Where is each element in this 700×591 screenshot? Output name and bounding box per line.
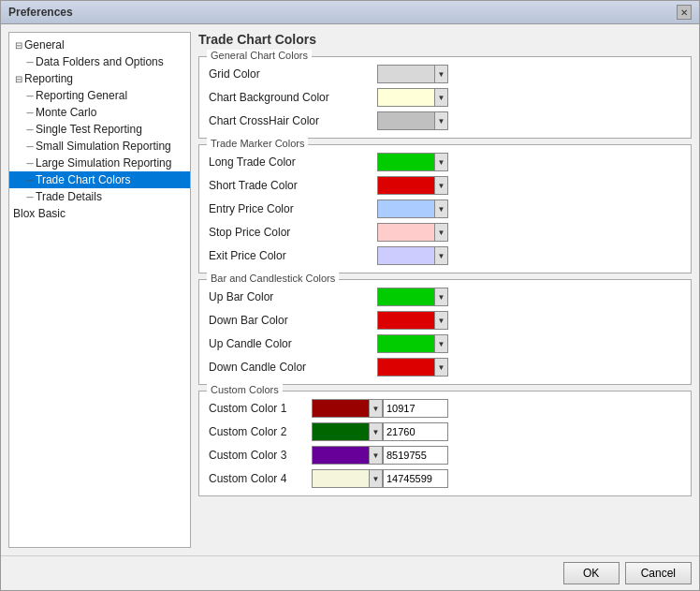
custom-swatch-2	[313, 447, 369, 464]
color-label-1: Down Bar Color	[209, 314, 377, 327]
sidebar-label-general: General	[24, 38, 65, 52]
color-row: Stop Price Color▼	[209, 223, 681, 242]
custom-colors-group: Custom Colors Custom Color 1▼Custom Colo…	[198, 391, 692, 496]
color-swatch-2	[378, 335, 434, 352]
dash-icon-reporting-general: ─	[24, 91, 36, 101]
color-dropdown-arrow-0[interactable]: ▼	[434, 288, 447, 305]
sidebar-item-blox-basic[interactable]: Blox Basic	[9, 205, 190, 222]
custom-color-picker-1[interactable]: ▼	[312, 422, 383, 441]
color-picker-1[interactable]: ▼	[377, 88, 448, 107]
color-picker-2[interactable]: ▼	[377, 111, 448, 130]
color-swatch-1	[378, 312, 434, 329]
custom-color-picker-2[interactable]: ▼	[312, 446, 383, 465]
main-panel: Trade Chart Colors General Chart Colors …	[198, 32, 692, 548]
bar-candlestick-colors-label: Bar and Candlestick Colors	[207, 273, 339, 284]
sidebar-item-reporting-general[interactable]: ─Reporting General	[9, 87, 190, 104]
sidebar-item-small-simulation-reporting[interactable]: ─Small Simulation Reporting	[9, 138, 190, 155]
dash-icon-large-simulation-reporting: ─	[24, 158, 36, 169]
color-dropdown-arrow-2[interactable]: ▼	[434, 335, 447, 352]
panel-title: Trade Chart Colors	[198, 32, 692, 47]
color-swatch-1	[378, 177, 434, 194]
expand-icon-reporting[interactable]: ⊟	[13, 74, 24, 84]
sidebar-label-reporting-general: Reporting General	[36, 89, 127, 102]
color-dropdown-arrow-1[interactable]: ▼	[434, 312, 447, 329]
color-dropdown-arrow-1[interactable]: ▼	[434, 177, 447, 194]
color-label-0: Up Bar Color	[209, 290, 377, 303]
sidebar-item-trade-chart-colors[interactable]: ─Trade Chart Colors	[9, 171, 190, 188]
color-dropdown-arrow-3[interactable]: ▼	[434, 224, 447, 241]
color-swatch-4	[378, 247, 434, 264]
bar-candlestick-colors-group: Bar and Candlestick Colors Up Bar Color▼…	[198, 279, 692, 385]
color-picker-0[interactable]: ▼	[377, 65, 448, 83]
color-picker-0[interactable]: ▼	[377, 153, 448, 171]
color-picker-1[interactable]: ▼	[377, 176, 448, 195]
color-row: Entry Price Color▼	[209, 199, 681, 218]
custom-value-input-3[interactable]	[383, 469, 448, 488]
color-picker-2[interactable]: ▼	[377, 334, 448, 353]
color-swatch-0	[378, 288, 434, 305]
sidebar-label-monte-carlo: Monte Carlo	[36, 106, 96, 119]
sidebar-item-reporting[interactable]: ⊟Reporting	[9, 70, 190, 87]
custom-color-picker-0[interactable]: ▼	[312, 399, 383, 418]
custom-swatch-1	[313, 423, 369, 440]
custom-value-input-1[interactable]	[383, 422, 448, 441]
color-dropdown-arrow-3[interactable]: ▼	[434, 359, 447, 376]
color-picker-1[interactable]: ▼	[377, 311, 448, 330]
general-chart-colors-label: General Chart Colors	[207, 50, 312, 61]
custom-dropdown-arrow-0[interactable]: ▼	[369, 400, 382, 417]
custom-swatch-3	[313, 470, 369, 487]
custom-value-input-2[interactable]	[383, 446, 448, 465]
color-swatch-1	[378, 89, 434, 106]
sidebar-item-single-test-reporting[interactable]: ─Single Test Reporting	[9, 121, 190, 138]
color-swatch-2	[378, 112, 434, 129]
general-chart-colors-group: General Chart Colors Grid Color▼Chart Ba…	[198, 56, 692, 139]
custom-label-0: Custom Color 1	[209, 402, 312, 415]
title-bar: Preferences ✕	[1, 1, 699, 24]
color-swatch-3	[378, 359, 434, 376]
color-dropdown-arrow-2[interactable]: ▼	[434, 200, 447, 217]
color-row: Short Trade Color▼	[209, 176, 681, 195]
footer: OK Cancel	[1, 555, 699, 590]
color-picker-2[interactable]: ▼	[377, 199, 448, 218]
color-picker-0[interactable]: ▼	[377, 288, 448, 306]
custom-value-input-0[interactable]	[383, 399, 448, 418]
custom-color-row: Custom Color 4▼	[209, 469, 681, 488]
dash-icon-small-simulation-reporting: ─	[24, 141, 36, 152]
sidebar-item-trade-details[interactable]: ─Trade Details	[9, 188, 190, 205]
custom-dropdown-arrow-2[interactable]: ▼	[369, 447, 382, 464]
color-row: Exit Price Color▼	[209, 246, 681, 265]
color-label-3: Down Candle Color	[209, 361, 377, 374]
custom-dropdown-arrow-3[interactable]: ▼	[369, 470, 382, 487]
color-picker-4[interactable]: ▼	[377, 246, 448, 265]
color-dropdown-arrow-4[interactable]: ▼	[434, 247, 447, 264]
cancel-button[interactable]: Cancel	[625, 562, 692, 584]
custom-dropdown-arrow-1[interactable]: ▼	[369, 423, 382, 440]
sidebar-item-monte-carlo[interactable]: ─Monte Carlo	[9, 104, 190, 121]
color-dropdown-arrow-2[interactable]: ▼	[434, 112, 447, 129]
expand-icon-general[interactable]: ⊟	[13, 40, 24, 51]
sidebar-item-general[interactable]: ⊟General	[9, 37, 190, 53]
dash-icon-trade-details: ─	[24, 192, 36, 202]
color-swatch-0	[378, 154, 434, 170]
color-label-0: Long Trade Color	[209, 155, 377, 169]
sidebar-item-data-folders[interactable]: ─Data Folders and Options	[9, 53, 190, 70]
sidebar-item-large-simulation-reporting[interactable]: ─Large Simulation Reporting	[9, 155, 190, 171]
color-swatch-3	[378, 224, 434, 241]
close-button[interactable]: ✕	[677, 5, 692, 20]
sidebar-label-reporting: Reporting	[24, 72, 73, 85]
color-dropdown-arrow-0[interactable]: ▼	[434, 154, 447, 170]
color-label-4: Exit Price Color	[209, 249, 377, 262]
sidebar-label-trade-details: Trade Details	[36, 190, 102, 203]
color-label-3: Stop Price Color	[209, 226, 377, 239]
ok-button[interactable]: OK	[563, 562, 620, 584]
color-label-2: Chart CrossHair Color	[209, 114, 377, 127]
custom-color-picker-3[interactable]: ▼	[312, 469, 383, 488]
color-swatch-0	[378, 66, 434, 82]
color-dropdown-arrow-1[interactable]: ▼	[434, 89, 447, 106]
custom-color-row: Custom Color 1▼	[209, 399, 681, 418]
color-label-2: Up Candle Color	[209, 337, 377, 350]
color-dropdown-arrow-0[interactable]: ▼	[434, 66, 447, 82]
color-picker-3[interactable]: ▼	[377, 358, 448, 377]
dash-icon-monte-carlo: ─	[24, 108, 36, 118]
color-picker-3[interactable]: ▼	[377, 223, 448, 242]
